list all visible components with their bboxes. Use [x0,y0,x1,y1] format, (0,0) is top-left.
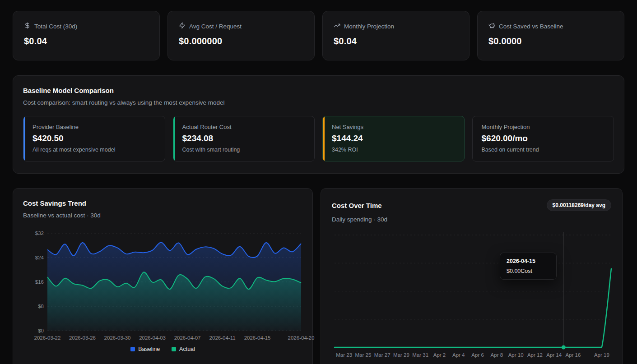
chart-legend: Baseline Actual [23,346,302,352]
comparison-card-actual-router-cost: Actual Router Cost $234.08 Cost with sma… [173,116,315,161]
section-title: Baseline Model Comparison [23,87,614,94]
svg-text:Apr 8: Apr 8 [491,352,503,358]
tooltip-date: 2026-04-15 [507,258,550,264]
comparison-label: Monthly Projection [482,124,606,130]
stats-row: Total Cost (30d) $0.04 Avg Cost / Reques… [13,11,624,60]
comparison-card-monthly-projection: Monthly Projection $620.00/mo Based on c… [472,116,614,161]
tooltip-value: $0.00Cost [507,268,550,274]
accent-bar [473,116,474,161]
cost-savings-trend-plot[interactable]: $0$8$16$24$322026-03-222026-03-262026-03… [23,226,302,341]
comparison-label: Actual Router Cost [182,124,307,130]
comparison-cards-row: Provider Baseline $420.50 All reqs at mo… [23,116,614,161]
svg-text:Apr 12: Apr 12 [527,352,543,358]
comparison-label: Provider Baseline [33,124,157,130]
accent-bar [173,116,175,161]
stat-value: $0.04 [24,36,149,46]
svg-text:2026-04-03: 2026-04-03 [139,335,166,341]
baseline-swatch [130,347,135,351]
stat-value: $0.0000 [488,36,613,46]
svg-text:Mar 27: Mar 27 [374,352,391,358]
stat-label: Cost Saved vs Baseline [499,23,563,30]
comparison-note: All reqs at most expensive model [33,147,157,153]
legend-item-baseline[interactable]: Baseline [130,346,160,352]
comparison-value: $234.08 [182,134,307,143]
stat-card-cost-saved: Cost Saved vs Baseline $0.0000 [477,11,624,60]
zap-icon [179,22,186,30]
dollar-sign-icon [24,22,31,30]
svg-text:Apr 16: Apr 16 [566,352,581,358]
svg-text:$0: $0 [38,328,44,333]
svg-text:2026-03-22: 2026-03-22 [34,335,61,341]
legend-label: Baseline [138,346,160,352]
chart-subtitle: Daily spending · 30d [332,216,611,223]
svg-text:2026-04-20: 2026-04-20 [288,335,315,341]
svg-text:Apr 6: Apr 6 [471,352,484,358]
svg-text:2026-04-11: 2026-04-11 [209,335,236,341]
comparison-note: 342% ROI [332,147,456,153]
svg-text:$8: $8 [38,304,44,309]
svg-text:Apr 10: Apr 10 [508,352,524,358]
stat-value: $0.000000 [179,36,303,46]
comparison-value: $620.00/mo [482,134,606,143]
chart-tooltip: 2026-04-15 $0.00Cost [500,253,557,280]
cost-over-time-svg[interactable]: Mar 23Mar 25Mar 27Mar 29Mar 31Apr 2Apr 4… [332,230,612,359]
comparison-note: Cost with smart routing [182,147,307,153]
svg-text:Apr 4: Apr 4 [452,352,465,358]
legend-label: Actual [179,346,195,352]
cost-over-time-plot[interactable]: Mar 23Mar 25Mar 27Mar 29Mar 31Apr 2Apr 4… [332,230,611,359]
savings-trend-svg[interactable]: $0$8$16$24$322026-03-222026-03-262026-03… [23,226,303,341]
comparison-value: $144.24 [332,134,456,143]
svg-text:2026-04-15: 2026-04-15 [244,335,271,341]
svg-text:Mar 29: Mar 29 [393,352,409,358]
accent-bar [323,116,325,161]
svg-text:Mar 25: Mar 25 [355,352,372,358]
svg-text:Apr 2: Apr 2 [433,352,446,358]
comparison-card-provider-baseline: Provider Baseline $420.50 All reqs at mo… [23,116,165,161]
stat-card-total-cost: Total Cost (30d) $0.04 [13,11,160,60]
svg-text:Mar 23: Mar 23 [336,352,352,358]
svg-text:$16: $16 [35,279,44,285]
stat-value: $0.04 [334,36,458,46]
chart-subtitle: Baseline vs actual cost · 30d [23,212,302,219]
svg-text:2026-03-30: 2026-03-30 [104,335,131,341]
svg-text:Apr 14: Apr 14 [546,352,562,358]
legend-item-actual[interactable]: Actual [172,346,195,352]
comparison-note: Based on current trend [482,147,606,153]
trending-up-icon [334,22,340,30]
cost-savings-trend-card: Cost Savings Trend Baseline vs actual co… [13,188,313,364]
stat-label: Avg Cost / Request [189,23,242,30]
svg-text:$32: $32 [35,230,44,236]
stat-card-monthly-projection: Monthly Projection $0.04 [322,11,470,60]
stat-label: Total Cost (30d) [34,23,77,30]
stat-card-avg-cost: Avg Cost / Request $0.000000 [167,11,315,60]
charts-row: Cost Savings Trend Baseline vs actual co… [13,188,624,364]
svg-text:2026-04-07: 2026-04-07 [174,335,201,341]
comparison-value: $420.50 [33,134,157,143]
actual-swatch [172,347,176,351]
chart-title: Cost Over Time [332,202,382,209]
svg-text:Apr 19: Apr 19 [594,352,609,358]
comparison-card-net-savings: Net Savings $144.24 342% ROI [322,116,465,161]
comparison-label: Net Savings [332,124,456,130]
baseline-comparison-section: Baseline Model Comparison Cost compariso… [13,75,624,174]
svg-text:2026-03-26: 2026-03-26 [69,335,96,341]
cost-over-time-card: Cost Over Time $0.00118269/day avg Daily… [321,188,623,364]
svg-text:Mar 31: Mar 31 [412,352,428,358]
stat-label: Monthly Projection [344,23,394,30]
section-subtitle: Cost comparison: smart routing vs always… [23,99,614,106]
piggy-bank-icon [488,22,495,30]
accent-bar [23,116,25,161]
chart-title: Cost Savings Trend [23,199,302,207]
svg-text:$24: $24 [35,255,44,260]
daily-avg-badge: $0.00118269/day avg [547,199,611,211]
